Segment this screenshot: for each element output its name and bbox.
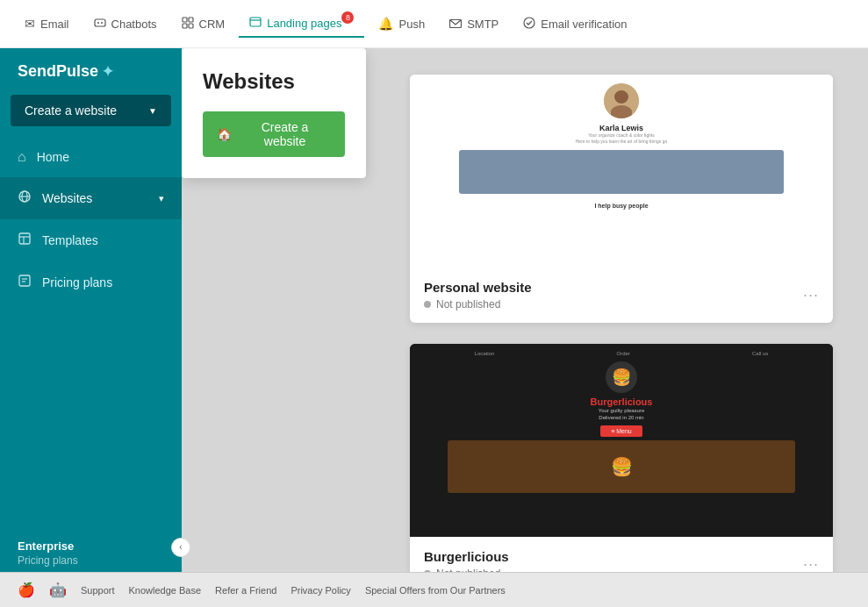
card-preview-burger: LocationOrderCall us 🍔 Burgerlicious You… xyxy=(410,344,833,537)
sidebar-navigation: ⌂ Home Websites ▾ Templates Pri xyxy=(0,137,182,531)
footer: 🍎 🤖 Support Knowledge Base Refer a Frien… xyxy=(0,572,868,607)
footer-link-knowledge-base[interactable]: Knowledge Base xyxy=(129,585,202,596)
svg-rect-7 xyxy=(250,18,261,26)
enterprise-section: Enterprise Pricing plans xyxy=(0,531,182,572)
home-icon: ⌂ xyxy=(18,149,26,165)
chatbots-icon xyxy=(94,17,106,32)
footer-link-support[interactable]: Support xyxy=(81,585,115,596)
card-menu-burgerlicious[interactable]: ··· xyxy=(803,555,819,572)
status-text-personal: Not published xyxy=(436,298,500,311)
pricing-icon xyxy=(18,274,32,291)
svg-point-1 xyxy=(97,22,99,24)
footer-link-special-offers[interactable]: Special Offers from Our Partners xyxy=(365,585,506,596)
card-title-personal: Personal website xyxy=(424,280,532,295)
landing-pages-badge: 8 xyxy=(341,11,354,24)
email-icon: ✉ xyxy=(25,17,35,31)
sidebar-item-websites[interactable]: Websites ▾ xyxy=(0,177,182,219)
sidebar-item-templates[interactable]: Templates xyxy=(0,219,182,261)
websites-icon xyxy=(18,189,32,207)
nav-email-verification[interactable]: Email verification xyxy=(513,11,637,37)
nav-push[interactable]: 🔔 Push xyxy=(368,11,435,36)
svg-rect-3 xyxy=(183,18,187,22)
brand-icon: ✦ xyxy=(102,63,113,80)
website-card-burgerlicious: LocationOrderCall us 🍔 Burgerlicious You… xyxy=(410,344,833,572)
crm-icon xyxy=(182,17,194,32)
sidebar-item-pricing[interactable]: Pricing plans xyxy=(0,261,182,304)
sidebar: SendPulse ✦ Create a website ▼ ⌂ Home We… xyxy=(0,48,182,572)
svg-point-2 xyxy=(101,22,103,24)
sidebar-item-home[interactable]: ⌂ Home xyxy=(0,137,182,177)
preview-avatar xyxy=(604,83,639,118)
card-menu-personal[interactable]: ··· xyxy=(803,286,819,304)
footer-link-refer[interactable]: Refer a Friend xyxy=(215,585,276,596)
push-icon: 🔔 xyxy=(378,17,393,31)
smtp-icon xyxy=(449,17,462,31)
nav-chatbots[interactable]: Chatbots xyxy=(83,11,168,37)
create-website-dropdown: Websites 🏠 Create a website xyxy=(182,48,366,178)
footer-link-privacy[interactable]: Privacy Policy xyxy=(291,585,350,596)
svg-rect-5 xyxy=(183,24,187,28)
house-icon: 🏠 xyxy=(217,127,232,141)
nav-landing-pages[interactable]: Landing pages 8 xyxy=(239,11,364,38)
website-card-personal: Karla Lewis Your organize coach & color … xyxy=(410,75,833,323)
status-dot-burgerlicious xyxy=(424,570,431,572)
status-text-burgerlicious: Not published xyxy=(436,568,500,572)
svg-point-10 xyxy=(524,18,534,28)
card-title-burgerlicious: Burgerlicious xyxy=(424,549,509,564)
chevron-down-icon: ▼ xyxy=(148,106,157,116)
svg-rect-0 xyxy=(95,19,105,26)
apple-icon[interactable]: 🍎 xyxy=(18,582,35,598)
burger-food-icon: 🍔 xyxy=(612,368,631,387)
sidebar-collapse-button[interactable]: ‹ xyxy=(171,538,190,557)
dropdown-title: Websites xyxy=(203,69,345,94)
svg-rect-17 xyxy=(19,275,30,286)
templates-icon xyxy=(18,232,32,249)
nav-smtp[interactable]: SMTP xyxy=(439,11,509,36)
brand-logo: SendPulse ✦ xyxy=(0,48,182,95)
create-website-button[interactable]: 🏠 Create a website xyxy=(203,111,345,157)
svg-rect-6 xyxy=(189,24,193,28)
svg-rect-14 xyxy=(19,233,30,244)
nav-email[interactable]: ✉ Email xyxy=(14,11,80,36)
nav-crm[interactable]: CRM xyxy=(171,11,236,37)
svg-rect-4 xyxy=(189,18,193,22)
landing-pages-icon xyxy=(249,16,262,31)
card-preview-personal: Karla Lewis Your organize coach & color … xyxy=(410,75,833,268)
status-dot-personal xyxy=(424,301,431,308)
main-content: Websites 🏠 Create a website xyxy=(182,48,868,572)
create-website-sidebar-button[interactable]: Create a website ▼ xyxy=(11,95,171,126)
chevron-icon: ▾ xyxy=(159,193,164,204)
email-verification-icon xyxy=(523,17,535,32)
top-navigation: ✉ Email Chatbots CRM Landing pages 8 🔔 P… xyxy=(0,0,868,48)
android-icon[interactable]: 🤖 xyxy=(49,582,67,598)
